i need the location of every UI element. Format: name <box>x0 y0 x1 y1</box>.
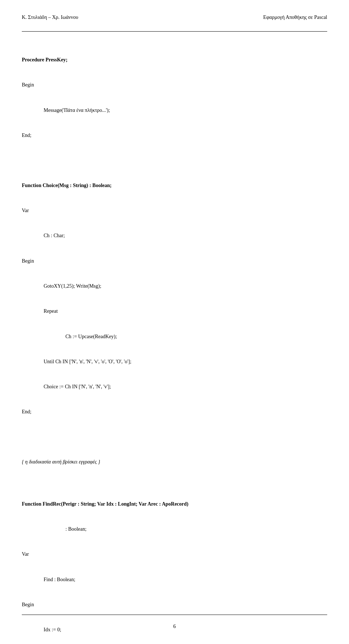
choice-section: Function Choice(Msg : String) : Boolean;… <box>22 165 327 433</box>
footer-divider <box>22 615 327 615</box>
header-author: Κ. Στυλιάδη – Χρ. Ιωάννου <box>22 15 78 20</box>
choice-ch-assign: Ch := Upcase(ReadKey); <box>65 332 327 341</box>
findrec-begin: Begin <box>22 600 327 609</box>
choice-repeat: Repeat <box>44 307 327 315</box>
findrec-func-decl-cont: : Boolean; <box>65 525 327 533</box>
page-footer: 6 <box>0 624 349 629</box>
page-content: Procedure PressKey; Begin Message('Πάτα … <box>22 39 327 644</box>
choice-result: Choice := Ch IN ['N', 'n', 'N', 'v']; <box>44 382 327 391</box>
findrec-find-decl: Find : Boolean; <box>44 575 327 584</box>
header-divider <box>22 31 327 32</box>
choice-end: End; <box>22 408 327 416</box>
presskey-begin: Begin <box>22 81 327 89</box>
page-number: 6 <box>173 624 176 629</box>
choice-begin: Begin <box>22 257 327 265</box>
findrec-comment-text: { η διαδικασία αυτή βρίσκει εγγραφές } <box>22 458 327 466</box>
choice-gotoxy: GotoXY(1,25); Write(Msg); <box>44 282 327 290</box>
page-header: Κ. Στυλιάδη – Χρ. Ιωάννου Εφαρμογή Αποθή… <box>22 15 327 20</box>
findrec-comment-section: { η διαδικασία αυτή βρίσκει εγγραφές } <box>22 441 327 483</box>
findrec-func-decl: Function FindRec(Perigr : String; Var Id… <box>22 500 327 508</box>
choice-ch-decl: Ch : Char; <box>44 231 327 240</box>
findrec-section: Function FindRec(Perigr : String; Var Id… <box>22 483 327 644</box>
choice-until: Until Ch IN ['N', 'n', 'N', 'v', 'o', 'O… <box>44 357 327 366</box>
header-title: Εφαρμογή Αποθήκης σε Pascal <box>263 15 327 20</box>
presskey-message: Message('Πάτα ένα πλήκτρο...'); <box>44 106 327 114</box>
presskey-section: Procedure PressKey; Begin Message('Πάτα … <box>22 39 327 156</box>
presskey-end: End; <box>22 131 327 139</box>
choice-var: Var <box>22 206 327 215</box>
findrec-var: Var <box>22 550 327 558</box>
choice-func-decl: Function Choice(Msg : String) : Boolean; <box>22 181 327 190</box>
presskey-proc-decl: Procedure PressKey; <box>22 56 327 64</box>
